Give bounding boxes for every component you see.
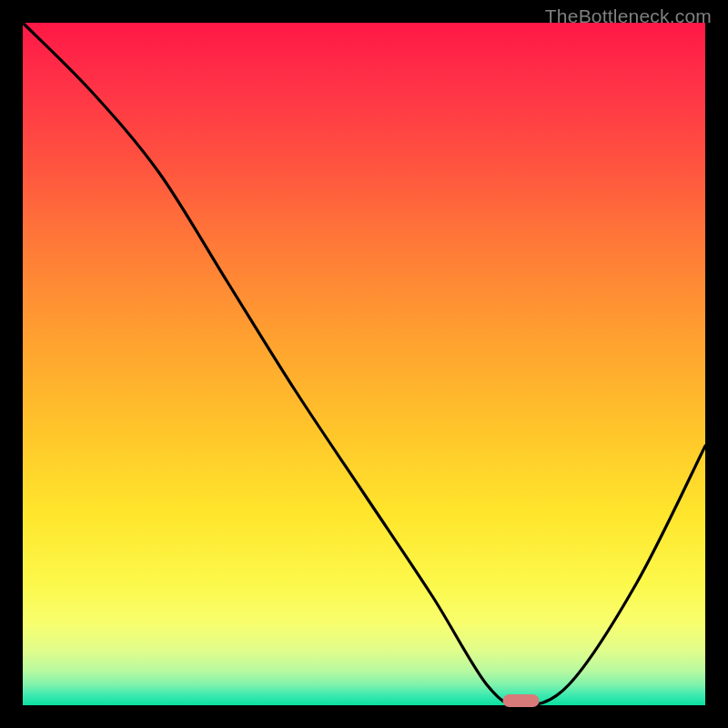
plot-area <box>23 23 705 705</box>
chart-svg <box>23 23 705 705</box>
optimal-marker <box>503 694 540 707</box>
bottleneck-curve <box>23 23 705 705</box>
watermark-text: TheBottleneck.com <box>545 5 712 27</box>
